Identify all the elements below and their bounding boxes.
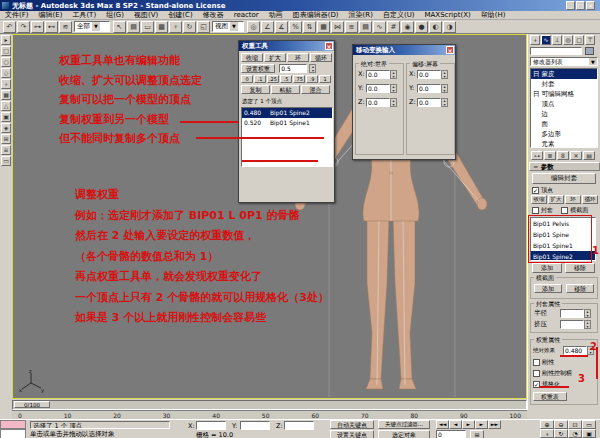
key-filters-button[interactable]: 关键点过滤器...: [378, 420, 430, 429]
redo-icon[interactable]: ↷: [17, 21, 30, 33]
menu-item[interactable]: 组(G): [101, 11, 129, 20]
left-toolbar-icon[interactable]: ◈: [1, 123, 11, 133]
modifier-stack-row[interactable]: 元素: [531, 139, 597, 148]
left-toolbar-icon[interactable]: ＋: [1, 79, 11, 89]
axis-value-field[interactable]: 0.0: [417, 70, 441, 79]
squash-field[interactable]: [560, 320, 584, 329]
abs-effect-field[interactable]: 0.480: [563, 346, 587, 355]
y-coordinate-field[interactable]: [240, 421, 270, 430]
zoom-all-icon[interactable]: ⊖: [554, 420, 568, 429]
weight-copy-paste-button[interactable]: 粘贴: [271, 85, 300, 94]
left-toolbar-icon[interactable]: ⊞: [1, 134, 11, 144]
make-unique-icon[interactable]: 8: [557, 151, 569, 160]
tab-modify[interactable]: ∿: [541, 35, 551, 45]
weight-list-row[interactable]: 0.520Bip01 Spine1: [242, 118, 332, 128]
radius-field[interactable]: [560, 309, 584, 318]
menu-item[interactable]: 视图(V): [129, 11, 163, 20]
tab-motion[interactable]: ◎: [563, 35, 573, 45]
weight-copy-paste-button[interactable]: 混合: [301, 85, 330, 94]
modifier-stack-row[interactable]: 日 蒙皮: [531, 69, 597, 79]
snap-toggle-icon[interactable]: ∠: [261, 21, 274, 33]
percent-snap-icon[interactable]: %: [289, 21, 302, 33]
left-toolbar-icon[interactable]: ≡: [1, 145, 11, 155]
configure-sets-icon[interactable]: ▤: [583, 151, 595, 160]
weight-preset-button[interactable]: 1: [319, 75, 331, 83]
transform-type-in-dialog[interactable]: 移动变换输入 × 绝对:世界 X:0.0▴▾Y:0.0▴▾Z:0.0▴▾ 偏移:…: [352, 44, 456, 160]
set-weight-field[interactable]: 0.5: [279, 64, 307, 73]
mirror-icon[interactable]: ⋈: [331, 21, 344, 33]
spinner-up-down[interactable]: ▴▾: [441, 98, 448, 107]
weight-preset-button[interactable]: .25: [267, 75, 279, 83]
rect-region-icon[interactable]: ▭: [141, 21, 154, 33]
go-start-button[interactable]: ◄◄: [436, 420, 449, 429]
axis-value-field[interactable]: 0.0: [417, 84, 441, 93]
tab-utilities[interactable]: ⊤: [585, 35, 595, 45]
menu-item[interactable]: 文件(F): [0, 11, 34, 20]
vertices-checkbox[interactable]: ✓: [532, 187, 539, 194]
edit-envelopes-button[interactable]: 编辑封套: [532, 173, 596, 184]
menu-item[interactable]: 工具(T): [67, 11, 101, 20]
weight-preset-button[interactable]: .1: [254, 75, 266, 83]
left-toolbar-icon[interactable]: ◇: [1, 68, 11, 78]
envelope-select-button[interactable]: 环: [565, 195, 581, 204]
spinner-up-down[interactable]: ▴▾: [584, 309, 591, 318]
time-config-icon[interactable]: ⊞: [470, 430, 484, 438]
arc-rotate-icon[interactable]: ↻: [554, 429, 568, 438]
transform-type-in-title-bar[interactable]: 移动变换输入 ×: [353, 45, 455, 55]
tab-display[interactable]: ▢: [574, 35, 584, 45]
cross-section-remove-button[interactable]: 移除: [566, 284, 594, 293]
auto-key-button[interactable]: 自动关键点: [330, 420, 374, 429]
left-toolbar-icon[interactable]: ▦: [1, 90, 11, 100]
weight-tool-select-button[interactable]: 扩大: [264, 53, 286, 62]
tab-create[interactable]: ＋: [530, 35, 540, 45]
weight-table-button[interactable]: 权重表: [533, 392, 567, 401]
spinner-up-down[interactable]: ▴▾: [390, 98, 397, 107]
x-coordinate-field[interactable]: [196, 421, 226, 430]
select-by-name-icon[interactable]: ▤: [127, 21, 140, 33]
menu-item[interactable]: 帮助(H): [476, 11, 511, 20]
weight-preset-button[interactable]: .75: [293, 75, 305, 83]
close-button[interactable]: ×: [586, 1, 595, 10]
menu-item[interactable]: 创建(C): [163, 11, 197, 20]
object-name-field[interactable]: [530, 47, 582, 55]
close-icon[interactable]: ×: [325, 42, 333, 50]
unlink-selection-icon[interactable]: ⊷: [45, 21, 58, 33]
weight-tool-title-bar[interactable]: 权重工具 ×: [239, 41, 334, 51]
modifier-stack-row[interactable]: 封套: [531, 79, 597, 89]
rigid-handles-checkbox[interactable]: [533, 370, 540, 377]
render-type-icon[interactable]: ◐: [429, 21, 442, 33]
fov-icon[interactable]: ◔: [568, 429, 582, 438]
spinner-up-down[interactable]: ▴▾: [441, 70, 448, 79]
show-end-result-icon[interactable]: ≣: [544, 151, 556, 160]
cross-section-add-button[interactable]: 添加: [534, 284, 562, 293]
modifier-stack-row[interactable]: 多边形: [531, 129, 597, 139]
modifier-stack-row[interactable]: 顶点: [531, 99, 597, 109]
left-toolbar-icon[interactable]: □: [1, 46, 11, 56]
use-pivot-icon[interactable]: ◎: [247, 21, 260, 33]
track-bar[interactable]: 0102030405060708090100: [12, 410, 527, 419]
weight-copy-paste-button[interactable]: 复制: [241, 85, 270, 94]
menu-item[interactable]: reactor: [229, 11, 264, 20]
add-bone-button[interactable]: 添加: [532, 263, 562, 273]
axis-value-field[interactable]: 0.0: [417, 98, 441, 107]
current-frame-field[interactable]: 0: [436, 430, 466, 438]
align-icon[interactable]: ≡: [345, 21, 358, 33]
select-rotate-icon[interactable]: ↻: [183, 21, 196, 33]
undo-icon[interactable]: ↶: [3, 21, 16, 33]
spinner-up-down[interactable]: ▴▾: [390, 84, 397, 93]
modifier-stack-row[interactable]: 日 可编辑网格: [531, 89, 597, 99]
reference-coordinate-dropdown[interactable]: 视图▼: [212, 21, 244, 32]
remove-modifier-icon[interactable]: ✕: [570, 151, 582, 160]
remove-bone-button[interactable]: 移除: [565, 263, 595, 273]
spinner-up-down[interactable]: ▴▾: [390, 70, 397, 79]
quick-render-icon[interactable]: ◑: [443, 21, 456, 33]
crossing-toggle-icon[interactable]: ▩: [155, 21, 168, 33]
spinner-up-down[interactable]: ▴▾: [584, 320, 591, 329]
menu-item[interactable]: 修改器: [198, 11, 229, 20]
axis-value-field[interactable]: 0.0: [366, 70, 390, 79]
render-scene-icon[interactable]: ●: [415, 21, 428, 33]
modifier-list-dropdown[interactable]: 修改器列表▼: [530, 57, 598, 66]
next-frame-button[interactable]: ►: [475, 420, 488, 429]
maximize-button[interactable]: □: [576, 1, 585, 10]
z-coordinate-field[interactable]: [284, 421, 314, 430]
